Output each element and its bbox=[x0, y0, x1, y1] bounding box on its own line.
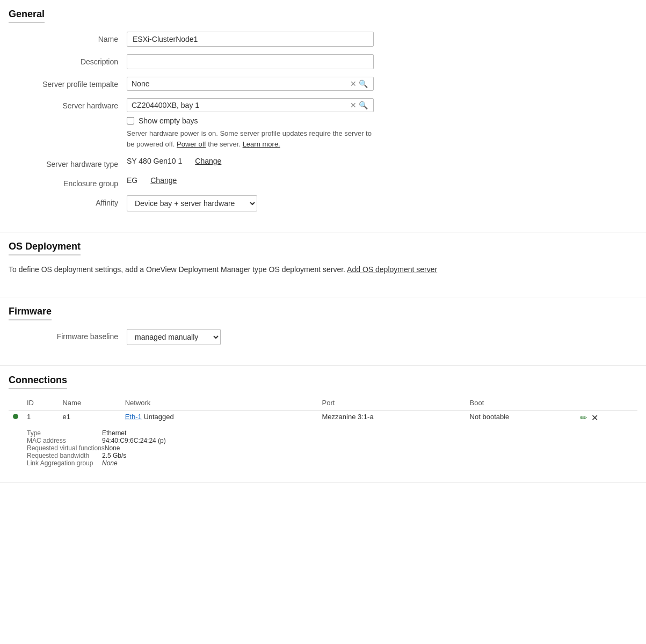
detail-mac-value: 94:40:C9:6C:24:24 (p) bbox=[102, 437, 166, 444]
delete-icon[interactable]: ✕ bbox=[591, 413, 598, 423]
col-network: Network bbox=[121, 396, 318, 411]
description-row: Description bbox=[0, 54, 646, 69]
detail-lag-row: Link Aggregation group None bbox=[27, 459, 633, 467]
firmware-header: Firmware bbox=[9, 306, 52, 320]
firmware-baseline-row: Firmware baseline managed manually bbox=[0, 329, 646, 345]
server-profile-template-field[interactable]: ✕ 🔍 bbox=[127, 77, 374, 91]
general-section: General Name Description Server profile … bbox=[0, 0, 646, 232]
search-icon: 🔍 bbox=[359, 79, 368, 88]
connection-network-link[interactable]: Eth-1 bbox=[125, 413, 142, 421]
name-row: Name bbox=[0, 32, 646, 47]
affinity-select[interactable]: Device bay + server hardware Device bay bbox=[127, 195, 257, 211]
show-empty-bays-checkbox[interactable] bbox=[127, 117, 134, 125]
name-input[interactable] bbox=[127, 32, 374, 47]
connection-details: Type Ethernet MAC address 94:40:C9:6C:24… bbox=[27, 429, 633, 467]
firmware-baseline-select[interactable]: managed manually bbox=[127, 329, 221, 345]
show-empty-bays-row: Show empty bays bbox=[127, 116, 374, 125]
server-profile-template-label: Server profile tempalte bbox=[9, 77, 127, 89]
show-empty-bays-label: Show empty bays bbox=[139, 116, 198, 125]
detail-bw-label: Requested bandwidth bbox=[27, 452, 102, 459]
affinity-control: Device bay + server hardware Device bay bbox=[127, 195, 374, 211]
connections-table: ID Name Network Port Boot 1 bbox=[9, 396, 637, 469]
detail-mac-row: MAC address 94:40:C9:6C:24:24 (p) bbox=[27, 437, 633, 444]
col-boot: Boot bbox=[466, 396, 576, 411]
col-status bbox=[9, 396, 23, 411]
edit-icon[interactable]: ✏ bbox=[580, 413, 587, 423]
detail-vf-label: Requested virtual functions bbox=[27, 444, 105, 452]
server-hardware-type-row: Server hardware type SY 480 Gen10 1 Chan… bbox=[0, 157, 646, 169]
connection-action-icons: ✏ ✕ bbox=[580, 413, 633, 423]
server-hardware-type-change-btn[interactable]: Change bbox=[195, 157, 221, 165]
status-active-dot bbox=[13, 414, 18, 419]
enclosure-group-value-wrapper: EG Change bbox=[127, 176, 374, 185]
server-hardware-field[interactable]: ✕ 🔍 bbox=[127, 98, 374, 112]
enclosure-group-row: Enclosure group EG Change bbox=[0, 176, 646, 188]
server-hardware-search-btn[interactable]: 🔍 bbox=[358, 101, 369, 109]
firmware-title: Firmware bbox=[9, 306, 52, 317]
connection-name-cell: e1 bbox=[58, 411, 120, 426]
connection-port: Mezzanine 3:1-a bbox=[322, 413, 374, 421]
detail-lag-label: Link Aggregation group bbox=[27, 459, 102, 467]
server-profile-template-input-wrapper: ✕ 🔍 bbox=[127, 77, 374, 91]
detail-type-row: Type Ethernet bbox=[27, 429, 633, 437]
enclosure-group-group: EG Change bbox=[127, 176, 374, 185]
enclosure-group-value: EG bbox=[127, 176, 137, 185]
power-off-link[interactable]: Power off bbox=[177, 140, 206, 148]
general-title: General bbox=[9, 9, 45, 19]
server-hardware-type-label: Server hardware type bbox=[9, 157, 127, 169]
connections-title: Connections bbox=[9, 375, 67, 385]
os-deployment-description: To define OS deployment settings, add a … bbox=[0, 264, 646, 284]
server-hardware-type-value: SY 480 Gen10 1 bbox=[127, 157, 182, 165]
connection-id-cell: 1 bbox=[23, 411, 58, 426]
connection-actions-cell: ✏ ✕ bbox=[576, 411, 637, 426]
add-os-deployment-link[interactable]: Add OS deployment server bbox=[347, 265, 437, 274]
detail-vf-row: Requested virtual functions None bbox=[27, 444, 633, 452]
os-deployment-header: OS Deployment bbox=[9, 241, 81, 255]
server-hardware-clear-btn[interactable]: ✕ bbox=[349, 101, 358, 109]
detail-vf-value: None bbox=[105, 444, 120, 452]
connections-header: Connections bbox=[9, 375, 67, 389]
affinity-label: Affinity bbox=[9, 195, 127, 207]
server-profile-template-clear-btn[interactable]: ✕ bbox=[349, 79, 358, 88]
col-id: ID bbox=[23, 396, 58, 411]
firmware-baseline-label: Firmware baseline bbox=[9, 329, 127, 341]
server-profile-template-search-btn[interactable]: 🔍 bbox=[358, 79, 369, 88]
connection-boot-cell: Not bootable bbox=[466, 411, 576, 426]
connection-name: e1 bbox=[62, 413, 70, 421]
detail-bw-row: Requested bandwidth 2.5 Gb/s bbox=[27, 452, 633, 459]
os-deployment-title: OS Deployment bbox=[9, 241, 81, 252]
enclosure-group-label: Enclosure group bbox=[9, 176, 127, 188]
server-profile-template-input[interactable] bbox=[132, 79, 349, 88]
clear-icon: ✕ bbox=[350, 101, 357, 109]
server-profile-template-row: Server profile tempalte ✕ 🔍 bbox=[0, 77, 646, 91]
connection-network-cell: Eth-1 Untagged bbox=[121, 411, 318, 426]
detail-lag-value: None bbox=[102, 459, 118, 467]
enclosure-group-change-btn[interactable]: Change bbox=[150, 176, 177, 185]
detail-bw-value: 2.5 Gb/s bbox=[102, 452, 126, 459]
description-input-wrapper bbox=[127, 54, 374, 69]
server-hardware-input[interactable] bbox=[132, 101, 349, 109]
firmware-section: Firmware Firmware baseline managed manua… bbox=[0, 297, 646, 366]
general-header: General bbox=[9, 9, 45, 23]
connections-section: Connections ID Name Network Port Boot bbox=[0, 366, 646, 482]
connection-details-row: Type Ethernet MAC address 94:40:C9:6C:24… bbox=[9, 425, 637, 469]
description-label: Description bbox=[9, 54, 127, 66]
affinity-row: Affinity Device bay + server hardware De… bbox=[0, 195, 646, 211]
name-input-wrapper bbox=[127, 32, 374, 47]
description-input[interactable] bbox=[127, 54, 374, 69]
connection-port-cell: Mezzanine 3:1-a bbox=[318, 411, 466, 426]
server-hardware-label: Server hardware bbox=[9, 98, 127, 110]
col-actions bbox=[576, 396, 637, 411]
server-hardware-row: Server hardware ✕ 🔍 Show empty bays Serv… bbox=[0, 98, 646, 149]
search-icon: 🔍 bbox=[359, 101, 368, 109]
connection-id: 1 bbox=[27, 413, 31, 421]
connections-table-wrapper: ID Name Network Port Boot 1 bbox=[0, 396, 646, 469]
server-hardware-control: ✕ 🔍 Show empty bays Server hardware powe… bbox=[127, 98, 374, 149]
server-hardware-type-value-wrapper: SY 480 Gen10 1 Change bbox=[127, 157, 374, 165]
detail-mac-label: MAC address bbox=[27, 437, 102, 444]
col-name: Name bbox=[58, 396, 120, 411]
firmware-baseline-control: managed manually bbox=[127, 329, 374, 345]
learn-more-link[interactable]: Learn more. bbox=[243, 140, 280, 148]
name-label: Name bbox=[9, 32, 127, 43]
server-hardware-type-group: SY 480 Gen10 1 Change bbox=[127, 157, 374, 165]
